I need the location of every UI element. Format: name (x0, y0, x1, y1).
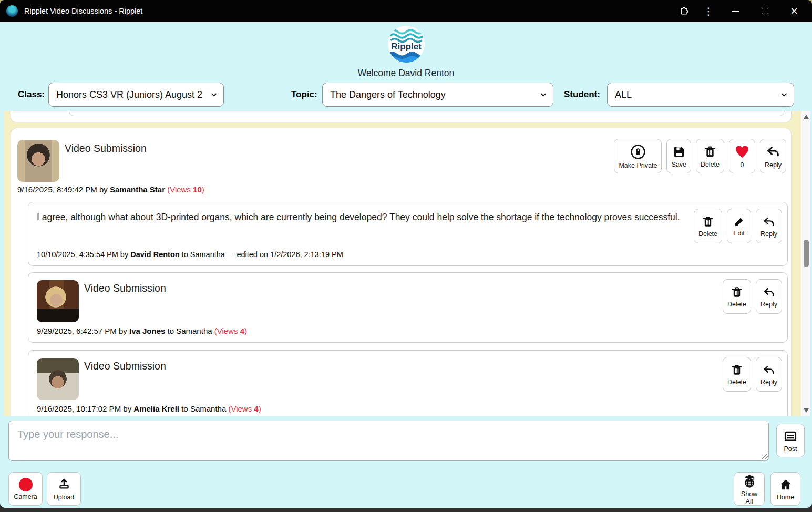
text-reply-meta: 10/10/2025, 4:35:54 PM by David Renton t… (37, 250, 343, 259)
reply-button[interactable]: Reply (760, 139, 786, 173)
edit-button[interactable]: Edit (727, 209, 751, 243)
show-all-button[interactable]: Show All (734, 472, 765, 506)
scrollbar[interactable] (801, 111, 810, 416)
reply-button[interactable]: Reply (756, 357, 782, 392)
upload-label: Upload (54, 494, 75, 501)
post-author: Samantha Star (110, 185, 165, 194)
text-reply-actions: Delete Edit (694, 209, 782, 243)
scrollbar-thumb[interactable] (804, 240, 809, 267)
reply-to-text: to Samantha (179, 404, 228, 413)
views-open: (Views (214, 326, 240, 335)
reply-button[interactable]: Reply (756, 279, 782, 314)
globe-graduation-icon (742, 473, 757, 489)
delete-button[interactable]: Delete (723, 279, 751, 314)
post-button[interactable]: Post (776, 424, 805, 457)
reply-meta-time: 9/29/2025, 6:42:57 PM by (37, 326, 129, 335)
app-header: Ripplet Welcome David Renton Class: Hono… (0, 22, 812, 111)
home-button[interactable]: Home (770, 472, 800, 506)
postcard-icon (783, 429, 798, 444)
topic-select[interactable]: The Dangers of Technology (323, 83, 553, 106)
close-button[interactable]: × (779, 0, 809, 22)
reply-arrow-icon (762, 363, 776, 377)
like-count: 0 (741, 161, 744, 169)
save-label: Save (671, 161, 686, 168)
video-thumbnail-amelia[interactable] (37, 358, 79, 400)
post-actions: Make Private Save (614, 139, 786, 173)
video-submission-title: Video Submission (84, 282, 166, 294)
delete-button[interactable]: Delete (723, 357, 751, 392)
delete-label: Delete (698, 230, 717, 238)
views-count: 4 (240, 326, 244, 335)
video-reply-meta: 9/29/2025, 6:42:57 PM by Iva Jones to Sa… (37, 326, 247, 335)
trash-icon (730, 285, 744, 299)
scroll-down-arrow-icon[interactable] (804, 408, 809, 413)
post-card: Video Submission Make Private (11, 128, 792, 416)
delete-button[interactable]: Delete (696, 139, 724, 173)
desktop-background: Ripplet Video Discussions - Ripplet ⋮ × (0, 0, 812, 512)
minimize-button[interactable] (721, 0, 750, 22)
upload-icon (57, 477, 71, 492)
home-icon (778, 477, 793, 492)
post-label: Post (784, 445, 797, 453)
student-select[interactable]: ALL (608, 83, 794, 106)
ripplet-logo: Ripplet (387, 25, 426, 64)
make-private-button[interactable]: Make Private (614, 139, 662, 173)
maximize-icon (762, 8, 768, 14)
response-input[interactable] (8, 421, 769, 461)
kebab-icon: ⋮ (704, 6, 714, 16)
reply-meta-rest: to Samantha — edited on 1/2/2026, 2:13:1… (180, 250, 343, 259)
make-private-label: Make Private (619, 162, 657, 169)
reply-arrow-icon (765, 144, 781, 160)
views-close: ) (202, 185, 204, 194)
logo-text: Ripplet (391, 42, 422, 52)
class-select-wrap: Honors CS3 VR (Juniors) August 2025 (48, 83, 224, 107)
app-window: Ripplet Video Discussions - Ripplet ⋮ × (0, 0, 812, 508)
lock-circle-icon (630, 144, 646, 160)
scroll-up-arrow-icon[interactable] (804, 115, 809, 119)
discussion-panel: Video Submission Make Private (4, 111, 801, 416)
reply-meta-time: 10/10/2025, 4:35:54 PM by (37, 250, 130, 259)
upload-button[interactable]: Upload (47, 472, 81, 506)
heart-icon (734, 144, 751, 160)
camera-button[interactable]: Camera (8, 472, 43, 506)
reply-author: David Renton (130, 250, 179, 259)
student-label: Student: (564, 89, 600, 100)
topic-label: Topic: (291, 89, 317, 100)
video-thumbnail-samantha[interactable] (17, 140, 59, 182)
reply-to-text: to Samantha (165, 326, 214, 335)
video-reply-actions: Delete Reply (723, 357, 782, 392)
camera-label: Camera (14, 493, 37, 500)
reply-label: Reply (760, 301, 777, 308)
save-button[interactable]: Save (666, 139, 691, 173)
close-icon: × (790, 5, 798, 17)
trash-icon (703, 145, 717, 159)
reply-button[interactable]: Reply (756, 209, 782, 243)
trash-icon (730, 363, 744, 377)
reply-body: I agree, although what about 3D-printed … (37, 209, 693, 225)
video-reply-card: Video Submission Delete (28, 350, 788, 416)
like-button[interactable]: 0 (729, 139, 755, 173)
pencil-icon (733, 216, 745, 228)
views-close: ) (259, 404, 261, 413)
reply-author: Iva Jones (129, 326, 165, 335)
video-submission-title: Video Submission (65, 142, 147, 155)
extensions-button[interactable] (672, 0, 696, 22)
floppy-icon (672, 145, 686, 159)
window-titlebar: Ripplet Video Discussions - Ripplet ⋮ × (0, 0, 812, 22)
reply-arrow-icon (762, 285, 776, 299)
composer-area: Post Camera Upload (0, 416, 812, 508)
menu-button[interactable]: ⋮ (696, 0, 721, 22)
delete-label: Delete (727, 378, 746, 386)
maximize-button[interactable] (750, 0, 779, 22)
delete-button[interactable]: Delete (694, 209, 722, 243)
reply-label: Reply (765, 161, 782, 169)
video-thumbnail-iva[interactable] (37, 280, 79, 322)
video-submission-title: Video Submission (84, 360, 166, 372)
views-open: (Views (165, 185, 193, 194)
class-select[interactable]: Honors CS3 VR (Juniors) August 2025 (49, 83, 223, 106)
views-close: ) (244, 326, 247, 335)
home-label: Home (777, 494, 794, 501)
reply-label: Reply (760, 230, 777, 238)
reply-label: Reply (760, 378, 777, 386)
trash-icon (701, 215, 715, 229)
